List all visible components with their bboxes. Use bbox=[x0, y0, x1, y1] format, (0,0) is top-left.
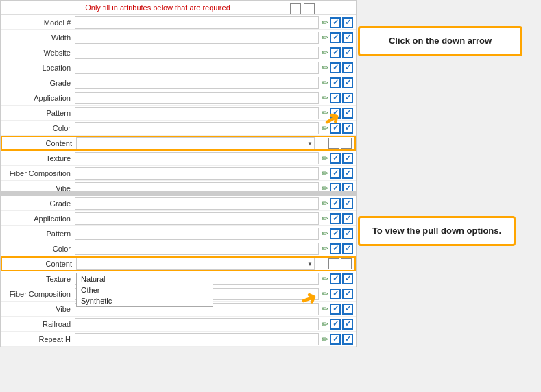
checkbox-required[interactable] bbox=[330, 93, 341, 103]
field-icons: ✏ bbox=[322, 289, 356, 299]
callout1-text: Click on the down arrow bbox=[389, 36, 492, 46]
field-input[interactable] bbox=[75, 318, 319, 330]
header-check2[interactable] bbox=[304, 3, 315, 14]
checkbox-required[interactable] bbox=[330, 17, 341, 28]
field-input[interactable] bbox=[75, 32, 319, 44]
checkbox-optional[interactable] bbox=[342, 108, 353, 119]
field-input[interactable] bbox=[75, 197, 319, 210]
checkbox-required[interactable] bbox=[330, 273, 341, 284]
field-label: Grade bbox=[1, 79, 75, 87]
pencil-icon[interactable]: ✏ bbox=[322, 48, 328, 58]
checkbox-optional[interactable] bbox=[341, 258, 352, 269]
field-input[interactable] bbox=[75, 167, 319, 180]
checkbox-required[interactable] bbox=[330, 32, 341, 43]
field-icons: ✏ bbox=[322, 319, 356, 330]
checkbox-optional[interactable] bbox=[342, 243, 353, 254]
pencil-icon[interactable]: ✏ bbox=[322, 289, 328, 299]
dropdown-option[interactable]: Synthetic bbox=[77, 295, 213, 306]
field-label: Railroad bbox=[1, 320, 75, 328]
checkbox-required[interactable] bbox=[330, 62, 341, 73]
checkbox-optional[interactable] bbox=[342, 319, 353, 330]
checkbox-optional[interactable] bbox=[342, 228, 353, 239]
field-input[interactable] bbox=[75, 16, 319, 29]
field-row-grade: Grade✏ bbox=[1, 75, 356, 90]
pencil-icon[interactable]: ✏ bbox=[322, 244, 328, 254]
field-input[interactable] bbox=[75, 77, 319, 89]
field-input[interactable] bbox=[75, 228, 319, 240]
field-input[interactable] bbox=[75, 47, 319, 59]
checkbox-optional[interactable] bbox=[342, 334, 353, 345]
field-input[interactable] bbox=[76, 137, 315, 149]
field-label: Texture bbox=[1, 275, 75, 283]
field-label: Width bbox=[1, 34, 75, 42]
field-input[interactable] bbox=[75, 243, 319, 255]
field-label: Color bbox=[1, 245, 75, 253]
header-instruction: Only fill in attributes below that are r… bbox=[1, 1, 356, 15]
field-row-content: Content bbox=[1, 136, 356, 151]
field-label: Pattern bbox=[1, 230, 75, 238]
field-input[interactable] bbox=[75, 212, 319, 225]
checkbox-optional[interactable] bbox=[342, 289, 353, 299]
checkbox-optional[interactable] bbox=[342, 17, 353, 28]
field-icons bbox=[317, 258, 354, 269]
checkbox-optional[interactable] bbox=[342, 123, 353, 134]
pencil-icon[interactable]: ✏ bbox=[322, 274, 328, 284]
checkbox-required[interactable] bbox=[330, 47, 341, 58]
checkbox-optional[interactable] bbox=[342, 168, 353, 179]
pencil-icon[interactable]: ✏ bbox=[322, 63, 328, 73]
field-input[interactable] bbox=[75, 122, 319, 134]
checkbox-optional[interactable] bbox=[342, 198, 353, 209]
field-icons: ✏ bbox=[322, 93, 356, 103]
field-icons: ✏ bbox=[322, 304, 356, 315]
checkbox-required[interactable] bbox=[330, 153, 341, 164]
dropdown-option[interactable]: Other bbox=[77, 284, 213, 295]
checkbox-required[interactable] bbox=[330, 289, 341, 299]
checkbox-optional[interactable] bbox=[342, 62, 353, 73]
checkbox-optional[interactable] bbox=[342, 213, 353, 224]
checkbox-required[interactable] bbox=[328, 138, 339, 149]
pencil-icon[interactable]: ✏ bbox=[322, 78, 328, 88]
checkbox-optional[interactable] bbox=[342, 32, 353, 43]
checkbox-optional[interactable] bbox=[341, 138, 352, 149]
pencil-icon[interactable]: ✏ bbox=[322, 199, 328, 208]
field-input[interactable] bbox=[75, 107, 319, 119]
field-input[interactable] bbox=[75, 152, 319, 164]
field-input[interactable] bbox=[75, 333, 319, 345]
field-label: Application bbox=[1, 94, 75, 102]
pencil-icon[interactable]: ✏ bbox=[322, 229, 328, 238]
pencil-icon[interactable]: ✏ bbox=[322, 154, 328, 163]
pencil-icon[interactable]: ✏ bbox=[322, 319, 328, 329]
field-label: Grade bbox=[1, 199, 75, 208]
checkbox-required[interactable] bbox=[330, 198, 341, 209]
checkbox-optional[interactable] bbox=[342, 77, 353, 88]
field-input[interactable] bbox=[75, 92, 319, 104]
checkbox-required[interactable] bbox=[330, 168, 341, 179]
checkbox-required[interactable] bbox=[330, 228, 341, 239]
checkbox-required[interactable] bbox=[330, 77, 341, 88]
pencil-icon[interactable]: ✏ bbox=[322, 334, 328, 344]
pencil-icon[interactable]: ✏ bbox=[322, 33, 328, 42]
pencil-icon[interactable]: ✏ bbox=[322, 93, 328, 103]
checkbox-optional[interactable] bbox=[342, 273, 353, 284]
checkbox-optional[interactable] bbox=[342, 93, 353, 103]
field-input[interactable] bbox=[76, 258, 315, 270]
callout-box-2: To view the pull down options. bbox=[358, 216, 516, 246]
pencil-icon[interactable]: ✏ bbox=[322, 304, 328, 314]
checkbox-optional[interactable] bbox=[342, 153, 353, 164]
checkbox-optional[interactable] bbox=[342, 304, 353, 315]
dropdown-list: NaturalOtherSynthetic bbox=[76, 273, 213, 307]
pencil-icon[interactable]: ✏ bbox=[322, 214, 328, 223]
checkbox-required[interactable] bbox=[330, 319, 341, 330]
checkbox-required[interactable] bbox=[330, 213, 341, 224]
checkbox-required[interactable] bbox=[328, 258, 339, 269]
checkbox-required[interactable] bbox=[330, 243, 341, 254]
dropdown-option[interactable]: Natural bbox=[77, 273, 213, 284]
checkbox-required[interactable] bbox=[330, 304, 341, 315]
checkbox-optional[interactable] bbox=[342, 47, 353, 58]
field-row-model-#: Model #✏ bbox=[1, 15, 356, 30]
pencil-icon[interactable]: ✏ bbox=[322, 18, 328, 27]
checkbox-required[interactable] bbox=[330, 334, 341, 345]
pencil-icon[interactable]: ✏ bbox=[322, 169, 328, 178]
header-check1[interactable] bbox=[290, 3, 301, 14]
field-input[interactable] bbox=[75, 62, 319, 74]
